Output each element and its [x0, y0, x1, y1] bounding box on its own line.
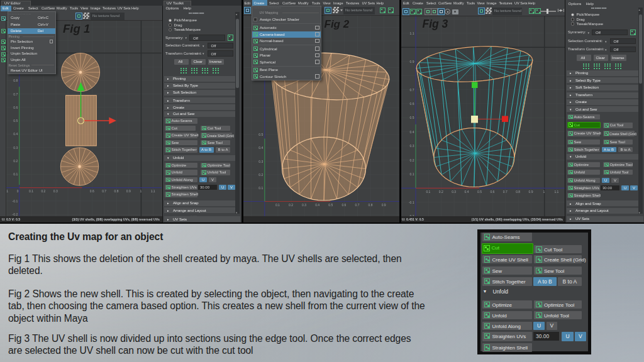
- svg-text:0.7: 0.7: [503, 190, 508, 194]
- svg-text:0.2: 0.2: [258, 173, 263, 177]
- svg-text:0.8: 0.8: [114, 189, 119, 193]
- svg-text:0.3: 0.3: [452, 190, 456, 194]
- svg-text:0.2: 0.2: [410, 158, 414, 162]
- svg-text:0.2: 0.2: [13, 159, 18, 163]
- svg-text:0.3: 0.3: [410, 144, 414, 148]
- svg-text:0.6: 0.6: [341, 203, 346, 207]
- svg-text:0.5: 0.5: [477, 190, 482, 194]
- svg-text:-0.1: -0.1: [6, 189, 8, 193]
- svg-text:0.1: 0.1: [275, 203, 279, 207]
- svg-text:0.4: 0.4: [465, 190, 469, 194]
- svg-text:0.6: 0.6: [90, 189, 94, 193]
- svg-text:0.3: 0.3: [302, 203, 306, 207]
- svg-text:0.4: 0.4: [315, 203, 319, 207]
- svg-text:1: 1: [543, 190, 545, 194]
- svg-text:0.9: 0.9: [126, 189, 131, 193]
- svg-text:-0.1: -0.1: [13, 199, 18, 203]
- svg-text:0.7: 0.7: [410, 88, 414, 92]
- svg-text:0.3: 0.3: [13, 146, 18, 150]
- svg-text:0.7: 0.7: [102, 189, 106, 193]
- svg-text:1.1: 1.1: [151, 189, 155, 193]
- svg-text:0.7: 0.7: [355, 203, 359, 207]
- svg-text:0.8: 0.8: [516, 190, 520, 194]
- svg-text:0.1: 0.1: [410, 172, 414, 176]
- svg-text:1.1: 1.1: [410, 31, 414, 35]
- svg-text:1: 1: [140, 189, 142, 193]
- svg-text:0.5: 0.5: [258, 133, 263, 136]
- svg-text:0.9: 0.9: [381, 203, 386, 207]
- svg-text:0.6: 0.6: [13, 106, 18, 109]
- svg-text:0: 0: [17, 189, 19, 193]
- svg-text:0.6: 0.6: [410, 102, 414, 106]
- svg-text:0.9: 0.9: [410, 60, 414, 63]
- svg-text:0.4: 0.4: [13, 132, 18, 136]
- svg-text:0.1: 0.1: [426, 190, 430, 194]
- svg-text:0.7: 0.7: [13, 92, 18, 96]
- svg-text:0.8: 0.8: [13, 79, 18, 82]
- svg-text:0.8: 0.8: [368, 203, 372, 207]
- svg-text:0.3: 0.3: [258, 160, 263, 163]
- svg-text:0.3: 0.3: [53, 189, 58, 193]
- svg-text:1.1: 1.1: [554, 190, 558, 194]
- svg-text:0.6: 0.6: [490, 190, 494, 194]
- svg-text:0.2: 0.2: [289, 203, 293, 207]
- svg-text:0.4: 0.4: [258, 146, 263, 150]
- svg-text:0.1: 0.1: [29, 189, 33, 193]
- svg-text:0.5: 0.5: [328, 203, 333, 207]
- svg-text:0.2: 0.2: [439, 190, 443, 194]
- svg-text:-0.1: -0.1: [409, 200, 414, 204]
- svg-text:0.5: 0.5: [13, 119, 18, 123]
- svg-text:0.4: 0.4: [410, 130, 414, 134]
- svg-text:0.1: 0.1: [258, 186, 263, 190]
- svg-text:0.1: 0.1: [13, 172, 18, 176]
- svg-text:0.9: 0.9: [529, 190, 533, 194]
- svg-text:0.5: 0.5: [410, 116, 414, 119]
- svg-text:0.2: 0.2: [41, 189, 45, 193]
